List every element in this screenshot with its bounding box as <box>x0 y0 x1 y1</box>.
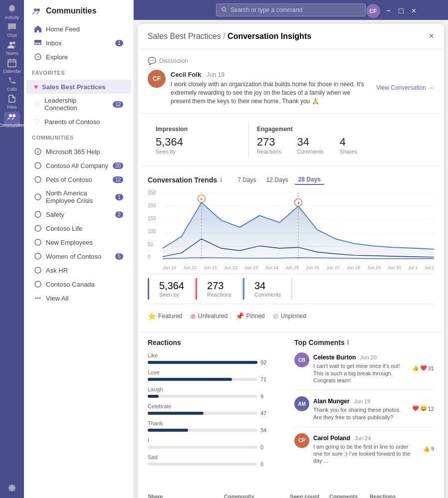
col-header-community: Community <box>224 494 281 498</box>
sidebar-item-contoso-all-company[interactable]: Contoso All Company 20 <box>26 159 131 172</box>
svg-point-9 <box>35 163 41 168</box>
discussion-label: 💬 Discussion <box>148 57 434 65</box>
col-header-seen: Seen count <box>281 494 320 498</box>
period-tab-28days[interactable]: 28 Days <box>294 175 325 185</box>
user-avatar[interactable]: CF <box>366 4 380 18</box>
post-text: I work closely with an organization that… <box>171 80 371 105</box>
comments-stat: 34 Comments <box>297 136 324 155</box>
thank-bar-fill <box>148 429 188 432</box>
unfeatured-symbol: ⊗ <box>190 312 196 320</box>
svg-point-11 <box>35 194 41 200</box>
post-content: Cecil Folk Jun 19 I work closely with an… <box>171 70 371 105</box>
like-count: 92 <box>260 359 266 365</box>
shares-stat: 4 Shares <box>340 136 357 155</box>
sidebar-item-home-feed[interactable]: Home Feed <box>26 22 131 36</box>
col-header-reactions: Reactions <box>358 494 396 498</box>
sidebar-item-communities[interactable]: Communities <box>4 112 20 128</box>
search-box[interactable]: Search or type a command <box>216 3 366 16</box>
sidebar-item-files[interactable]: Files <box>4 94 20 110</box>
discussion-icon: 💬 <box>148 57 156 65</box>
arrow-icon: → <box>428 84 434 91</box>
sidebar-item-contoso-life[interactable]: Contoso Life <box>26 221 131 235</box>
period-tab-7days[interactable]: 7 Days <box>233 175 260 185</box>
pets-badge: 12 <box>113 176 123 183</box>
trend-seen-stat: 5,364 Seen by <box>148 278 196 300</box>
laugh-count: 9 <box>260 393 263 399</box>
window-close-button[interactable]: × <box>410 6 418 15</box>
minimize-button[interactable]: − <box>384 6 393 15</box>
view-conversation-button[interactable]: View Conversation → <box>376 84 434 91</box>
sidebar-item-contoso-canada[interactable]: Contoso Canada <box>26 277 131 291</box>
like-bar-fill <box>148 361 257 364</box>
period-tab-12days[interactable]: 12 Days <box>262 175 292 185</box>
laugh-bar-row: Laugh 9 <box>148 386 288 399</box>
sad-count: 0 <box>260 461 263 467</box>
laugh-bar-track <box>148 395 257 398</box>
chart-x-labels: Jun 19Jun 20Jun 21Jun 22Jun 23 Jun 24Jun… <box>163 265 434 270</box>
sidebar-title: Communities <box>46 6 96 15</box>
svg-point-6 <box>37 8 40 11</box>
svg-text:★: ★ <box>297 201 300 205</box>
i-count: 0 <box>260 444 263 450</box>
love-bar-fill <box>148 378 232 381</box>
nav-settings-icon[interactable] <box>4 480 20 496</box>
svg-point-0 <box>9 42 12 45</box>
sidebar-item-new-employees[interactable]: New Employees <box>26 235 131 249</box>
svg-text:★: ★ <box>200 197 203 202</box>
svg-point-14 <box>35 239 41 245</box>
bottom-panels: Reactions Like 92 Love <box>138 332 444 490</box>
insight-panel: Sales Best Practices / Conversation Insi… <box>138 24 444 498</box>
topbar-right: CF − □ × <box>366 4 418 18</box>
sidebar-item-ask-hr[interactable]: Ask HR <box>26 263 131 277</box>
interaction-icons: ⭐ Featured ⊗ Unfeatured 📌 Pinned ⊘ Unpin… <box>148 308 434 324</box>
sidebar-item-sales-best-practices[interactable]: ♥ Sales Best Practices <box>26 80 131 94</box>
unfeatured-icon: ⊗ Unfeatured <box>190 312 227 320</box>
pinned-symbol: 📌 <box>235 312 244 320</box>
sidebar-item-microsoft-365-help[interactable]: Microsoft 365 Help <box>26 145 131 159</box>
comment-reactions-3: 👍 9 <box>423 433 434 465</box>
sidebar-item-leadership-connection[interactable]: ♡ Leadership Connection 12 <box>26 94 131 115</box>
sidebar-item-calendar[interactable]: Calendar <box>4 58 20 74</box>
stats-row: Impression 5,364 Seen by Engagement 273 … <box>138 114 444 167</box>
sidebar-main-menu: Home Feed Inbox 1 Explore <box>24 20 133 66</box>
top-comments-title: Top Comments ℹ <box>294 338 434 346</box>
insight-close-button[interactable]: × <box>429 31 434 41</box>
sidebar-item-inbox[interactable]: Inbox 1 <box>26 36 131 50</box>
svg-point-20 <box>39 298 41 299</box>
engagement-stat: Engagement 273 Reactions 34 Comments 4 S <box>249 122 434 159</box>
trend-chart: ★ ★ <box>163 190 434 262</box>
celebrate-bar-fill <box>148 412 204 415</box>
sidebar-item-calls[interactable]: Calls <box>4 76 20 92</box>
sidebar-item-parents-of-contoso[interactable]: ♡ Parents of Contoso <box>26 115 131 129</box>
post-row: CF Cecil Folk Jun 19 I work closely with… <box>148 70 434 105</box>
chart-y-labels: 250200150100500 <box>148 190 162 260</box>
sidebar-item-activity[interactable]: Activity <box>4 4 20 20</box>
sidebar-item-teams[interactable]: Teams <box>4 40 20 56</box>
safety-badge: 2 <box>115 211 123 218</box>
trend-stats-bar: 5,364 Seen by 273 Reactions 34 Comments <box>148 274 434 304</box>
chart-area: 250200150100500 <box>148 190 434 270</box>
sidebar-item-women-of-contoso[interactable]: Women of Contoso 5 <box>26 249 131 263</box>
inbox-badge: 1 <box>115 40 123 46</box>
comment-reactions-2: ❤️😄 12 <box>412 396 434 421</box>
maximize-button[interactable]: □ <box>397 6 406 15</box>
favorites-list: ♥ Sales Best Practices ♡ Leadership Conn… <box>24 78 133 131</box>
comment-row-2: AM Alan Munger Jun 19 Thank you for shar… <box>294 396 434 427</box>
post-avatar: CF <box>148 70 166 88</box>
sidebar-item-view-all[interactable]: View All <box>26 291 131 305</box>
sidebar-item-north-america-employee-crisis[interactable]: North America Employee Crisis 1 <box>26 186 131 207</box>
heart-icon: ♥ <box>34 83 38 91</box>
sidebar-item-safety[interactable]: Safety 2 <box>26 207 131 221</box>
sidebar-item-explore[interactable]: Explore <box>26 50 131 64</box>
sad-bar-track <box>148 463 257 466</box>
comment-content-1: Celeste Burton Jun 20 I can't wait to ge… <box>313 352 408 384</box>
insight-title: Conversation Insights <box>227 32 311 40</box>
sidebar-item-pets-of-contoso[interactable]: Pets of Contoso 12 <box>26 172 131 186</box>
chart-svg-wrapper: ★ ★ <box>163 190 434 264</box>
communities-section-title: Communities <box>24 131 133 143</box>
na-badge: 1 <box>115 194 123 200</box>
sidebar-header: Communities <box>24 0 133 20</box>
svg-point-3 <box>9 114 12 117</box>
pinned-icon: 📌 Pinned <box>235 312 264 320</box>
sidebar-item-chat[interactable]: Chat <box>4 22 20 38</box>
